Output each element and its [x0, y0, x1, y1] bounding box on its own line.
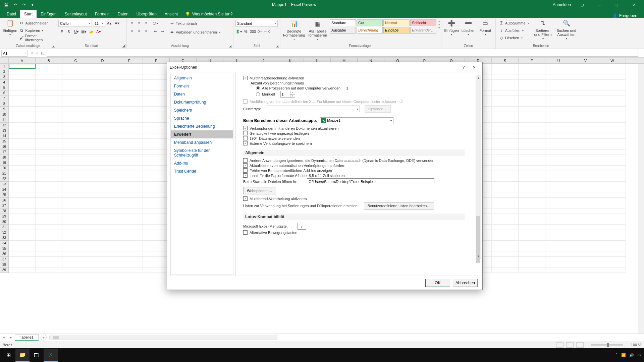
cell[interactable]	[438, 182, 465, 187]
cell[interactable]	[465, 176, 492, 182]
cell[interactable]	[358, 203, 384, 208]
cell[interactable]	[170, 112, 197, 117]
cell[interactable]	[519, 69, 545, 74]
cell[interactable]	[62, 208, 89, 214]
cell[interactable]	[438, 144, 465, 149]
cell[interactable]	[545, 230, 572, 235]
cell[interactable]	[250, 225, 277, 230]
style-eingabe[interactable]: Eingabe	[383, 27, 410, 34]
cell[interactable]	[492, 208, 519, 214]
cell[interactable]	[223, 80, 250, 85]
cell[interactable]	[492, 107, 519, 112]
cell[interactable]	[62, 155, 89, 160]
cell[interactable]	[89, 246, 116, 251]
cell[interactable]	[465, 203, 492, 208]
tab-review[interactable]: Überprüfen	[132, 10, 161, 18]
cell[interactable]	[572, 192, 599, 198]
taskbar-app[interactable]: 🗔	[30, 349, 44, 362]
cell[interactable]	[358, 171, 384, 176]
cell[interactable]	[89, 241, 116, 246]
cell[interactable]	[572, 262, 599, 267]
cell[interactable]	[277, 144, 304, 149]
cell[interactable]	[197, 128, 223, 133]
cell[interactable]	[250, 101, 277, 107]
cell[interactable]	[250, 96, 277, 101]
tray-network-icon[interactable]: 📶	[621, 353, 626, 357]
cell[interactable]	[411, 155, 438, 160]
cell[interactable]	[116, 128, 143, 133]
col-header[interactable]: J	[250, 58, 277, 63]
cell[interactable]	[331, 225, 358, 230]
cell[interactable]	[62, 192, 89, 198]
cell[interactable]	[223, 246, 250, 251]
cell[interactable]	[223, 171, 250, 176]
cell[interactable]	[9, 225, 36, 230]
cell[interactable]	[572, 171, 599, 176]
cell[interactable]	[331, 176, 358, 182]
cell[interactable]	[572, 90, 599, 96]
cell[interactable]	[223, 241, 250, 246]
cell[interactable]	[545, 166, 572, 171]
cell[interactable]	[89, 267, 116, 273]
cell[interactable]	[438, 90, 465, 96]
tab-insert[interactable]: Einfügen	[37, 10, 60, 18]
col-header[interactable]: B	[36, 58, 62, 63]
cell[interactable]	[116, 230, 143, 235]
redo-icon[interactable]: ↷	[21, 2, 27, 8]
cell[interactable]	[197, 198, 223, 203]
cell[interactable]	[197, 69, 223, 74]
cell[interactable]	[492, 166, 519, 171]
decrease-indent-button[interactable]: ⇤	[152, 28, 159, 35]
cell[interactable]	[438, 139, 465, 144]
cell[interactable]	[197, 267, 223, 273]
cell[interactable]	[197, 203, 223, 208]
cell[interactable]	[250, 149, 277, 155]
cell[interactable]	[170, 230, 197, 235]
cell[interactable]	[116, 246, 143, 251]
cell[interactable]	[465, 214, 492, 219]
cell[interactable]	[223, 235, 250, 241]
cell[interactable]	[304, 187, 331, 192]
cell[interactable]	[492, 96, 519, 101]
cell[interactable]	[304, 96, 331, 101]
cell[interactable]	[438, 74, 465, 80]
cell[interactable]	[277, 235, 304, 241]
cell[interactable]	[545, 208, 572, 214]
name-box[interactable]: A1▾	[1, 50, 28, 57]
cell[interactable]	[36, 123, 62, 128]
cell[interactable]	[89, 133, 116, 139]
cell[interactable]	[492, 112, 519, 117]
cell[interactable]	[62, 219, 89, 225]
cell[interactable]	[89, 251, 116, 257]
cell[interactable]	[116, 225, 143, 230]
cell[interactable]	[170, 235, 197, 241]
cell[interactable]	[62, 90, 89, 96]
cell[interactable]	[36, 267, 62, 273]
cell[interactable]	[223, 74, 250, 80]
cell[interactable]	[223, 64, 250, 69]
cell[interactable]	[465, 133, 492, 139]
cell[interactable]	[36, 117, 62, 123]
cell[interactable]	[304, 80, 331, 85]
cell[interactable]	[223, 166, 250, 171]
cell[interactable]	[438, 267, 465, 273]
cell[interactable]	[250, 144, 277, 149]
cell[interactable]	[331, 123, 358, 128]
cell[interactable]	[143, 192, 170, 198]
cell[interactable]	[9, 182, 36, 187]
autosum-button[interactable]: ΣAutoSumme▾	[498, 19, 530, 27]
styles-scroll-up[interactable]: ▴	[438, 19, 440, 23]
cell[interactable]	[116, 155, 143, 160]
cell[interactable]	[304, 85, 331, 90]
cell[interactable]	[572, 101, 599, 107]
cell[interactable]	[89, 117, 116, 123]
cell[interactable]	[36, 192, 62, 198]
row-header[interactable]: 29	[0, 214, 8, 219]
cell[interactable]	[197, 123, 223, 128]
cell[interactable]	[384, 251, 411, 257]
cell[interactable]	[545, 133, 572, 139]
cell[interactable]	[197, 166, 223, 171]
sheet-tab[interactable]: Tabelle1	[15, 334, 39, 341]
cell[interactable]	[143, 203, 170, 208]
cell[interactable]	[358, 69, 384, 74]
